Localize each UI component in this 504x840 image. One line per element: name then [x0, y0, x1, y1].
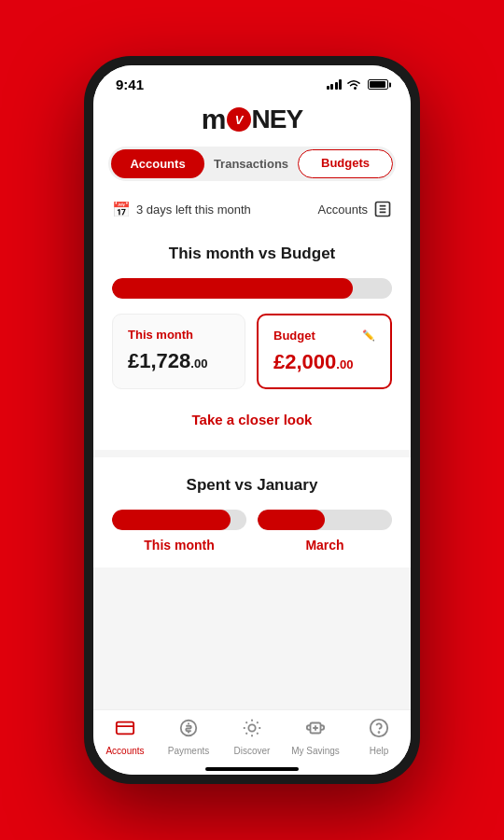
svg-rect-4 [117, 722, 133, 735]
discover-nav-label: Discover [234, 746, 271, 756]
this-month-card: This month £1,728.00 [112, 314, 245, 389]
calendar-icon: 📅 [112, 201, 131, 218]
budget-card[interactable]: Budget ✏️ £2,000.00 [257, 314, 392, 389]
budget-progress-bar [112, 278, 392, 299]
take-closer-look-link[interactable]: Take a closer look [112, 404, 392, 431]
info-bar: 📅 3 days left this month Accounts [93, 192, 411, 226]
this-month-vs-budget-title: This month vs Budget [112, 245, 392, 263]
days-left-text: 3 days left this month [136, 203, 251, 217]
spent-vs-january-title: Spent vs January [112, 476, 392, 495]
nav-accounts[interactable]: Accounts [93, 718, 157, 756]
accounts-list-icon [373, 200, 392, 218]
svg-line-12 [246, 722, 247, 723]
app-header: m V NEY [93, 96, 411, 147]
nav-tabs: Accounts Transactions Budgets [108, 147, 396, 181]
battery-icon [368, 79, 388, 90]
home-indicator [205, 767, 299, 771]
svg-point-18 [379, 732, 380, 733]
budget-cards-row: This month £1,728.00 Budget ✏️ £2,000.00 [112, 314, 392, 389]
status-icons [327, 79, 389, 91]
budget-amount: £2,000.00 [273, 350, 375, 374]
this-month-bar-wrap [112, 510, 246, 530]
tab-accounts[interactable]: Accounts [111, 149, 204, 178]
my-savings-nav-icon [305, 718, 326, 743]
march-comparison-label: March [258, 530, 392, 553]
phone-frame: 9:41 m [84, 56, 420, 784]
svg-line-15 [257, 722, 258, 723]
help-nav-icon [369, 718, 389, 743]
bottom-nav: Accounts Payments [93, 709, 411, 775]
march-bar-fill [258, 510, 325, 530]
help-nav-label: Help [370, 746, 389, 756]
discover-nav-icon [242, 718, 262, 743]
march-bar-wrap [258, 510, 392, 530]
accounts-nav-icon [115, 718, 135, 743]
accounts-label: Accounts [318, 203, 368, 217]
tab-transactions[interactable]: Transactions [204, 149, 298, 178]
this-month-card-label: This month [128, 328, 230, 342]
signal-icon [327, 79, 343, 90]
wifi-icon [346, 79, 361, 91]
days-left-info: 📅 3 days left this month [112, 201, 251, 218]
payments-nav-label: Payments [168, 746, 209, 756]
status-bar: 9:41 [93, 65, 411, 96]
payments-nav-icon [178, 718, 199, 743]
accounts-info[interactable]: Accounts [318, 200, 392, 218]
nav-my-savings[interactable]: My Savings [284, 718, 347, 756]
svg-point-7 [248, 724, 255, 731]
app-logo: m V NEY [202, 104, 302, 135]
comparison-labels-row: This month March [112, 530, 392, 553]
budget-card-label: Budget ✏️ [273, 329, 375, 343]
svg-line-13 [257, 733, 258, 734]
my-savings-nav-label: My Savings [291, 746, 340, 756]
tab-budgets[interactable]: Budgets [298, 149, 393, 178]
phone-screen: 9:41 m [93, 65, 411, 775]
main-content: This month vs Budget This month £1,728.0… [93, 226, 411, 709]
budget-progress-fill [112, 278, 353, 299]
nav-help[interactable]: Help [347, 718, 411, 756]
this-month-vs-budget-section: This month vs Budget This month £1,728.0… [93, 226, 411, 450]
this-month-bar-fill [112, 510, 231, 530]
edit-budget-icon[interactable]: ✏️ [362, 329, 375, 342]
comparison-bars [112, 510, 392, 530]
virgin-logo-circle: V [227, 107, 251, 132]
nav-payments[interactable]: Payments [157, 718, 220, 756]
svg-line-14 [246, 733, 247, 734]
spent-vs-january-section: Spent vs January This month March [93, 457, 411, 567]
accounts-nav-label: Accounts [105, 746, 144, 756]
this-month-comparison-label: This month [112, 530, 246, 553]
status-time: 9:41 [116, 77, 144, 92]
nav-discover[interactable]: Discover [220, 718, 284, 756]
this-month-amount: £1,728.00 [128, 349, 230, 373]
